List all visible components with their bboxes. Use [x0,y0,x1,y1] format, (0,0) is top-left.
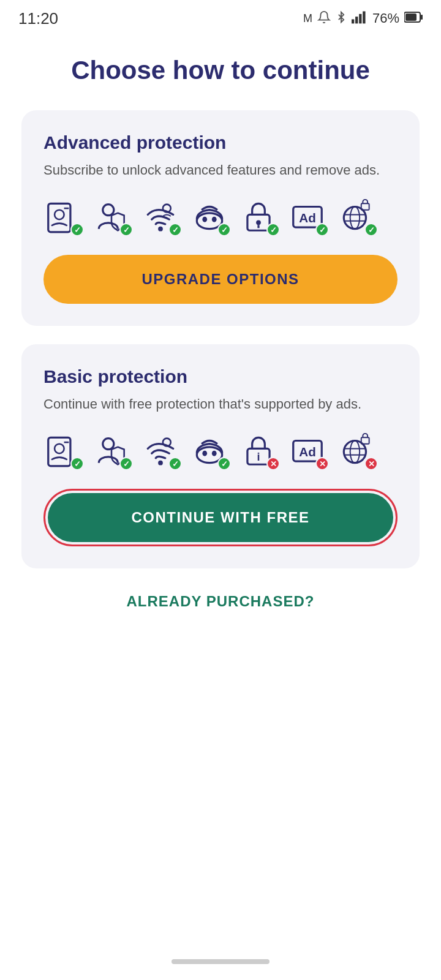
badge-green-3: ✓ [168,223,182,236]
svg-point-10 [103,205,114,216]
basic-feature-web-off: ✕ [337,431,375,469]
svg-text:i: i [257,451,260,463]
basic-feature-identity: ✓ [92,431,130,469]
advanced-protection-card: Advanced protection Subscribe to unlock … [21,110,420,326]
signal-icon [352,10,368,27]
svg-point-15 [212,217,217,222]
svg-point-11 [158,227,163,232]
svg-point-22 [350,207,360,229]
svg-rect-6 [405,13,417,21]
main-content: Choose how to continue Advanced protecti… [0,37,441,943]
upgrade-options-button[interactable]: UPGRADE OPTIONS [43,255,398,304]
basic-feature-lock-limited: i ✕ [239,431,277,469]
already-purchased-link[interactable]: ALREADY PURCHASED? [127,593,315,610]
feature-id-protection: ✓ [43,197,81,235]
page-title: Choose how to continue [71,55,370,86]
feature-lock: ✓ [239,197,277,235]
svg-point-33 [202,451,207,456]
svg-point-8 [55,210,64,220]
badge-basic-green-1: ✓ [70,457,84,470]
status-icons: M 76% [303,10,423,27]
svg-rect-3 [363,11,365,23]
badge-green-5: ✓ [266,223,280,236]
bottom-bar [0,943,441,980]
basic-feature-icons: ✓ ✓ ✓ [43,431,398,469]
bottom-handle [172,959,270,964]
status-bar: 11:20 M 76% [0,0,441,37]
continue-free-wrapper: CONTINUE WITH FREE [43,489,398,546]
notification-icon [317,10,331,27]
svg-point-27 [55,444,64,454]
basic-feature-incognito: ✓ [190,431,228,469]
advanced-feature-icons: ✓ ✓ ✓ [43,197,398,235]
svg-point-17 [256,221,261,225]
svg-point-14 [202,217,207,222]
basic-protection-card: Basic protection Continue with free prot… [21,344,420,568]
svg-rect-2 [359,13,361,23]
feature-web-protection: ✓ [337,197,375,235]
basic-feature-adblock-off: Ad ✕ [288,431,326,469]
badge-basic-red-2: ✕ [315,457,329,470]
advanced-card-title: Advanced protection [43,132,398,153]
battery-level: 76% [372,10,399,26]
svg-point-30 [158,461,163,466]
svg-rect-5 [421,15,423,20]
badge-green-1: ✓ [70,223,84,236]
badge-basic-red-3: ✕ [364,457,378,470]
feature-wifi-protection: ✓ [141,197,179,235]
basic-card-desc: Continue with free protection that's sup… [43,394,398,414]
badge-basic-green-3: ✓ [168,457,182,470]
gmail-icon: M [303,12,312,25]
badge-green-4: ✓ [217,223,231,236]
badge-basic-green-2: ✓ [119,457,133,470]
basic-feature-id: ✓ [43,431,81,469]
basic-feature-wifi: ✓ [141,431,179,469]
badge-green-6: ✓ [315,223,329,236]
svg-point-29 [103,439,114,450]
feature-adblock: Ad ✓ [288,197,326,235]
svg-rect-0 [352,19,354,23]
badge-basic-green-4: ✓ [217,457,231,470]
advanced-card-desc: Subscribe to unlock advanced features an… [43,160,398,180]
svg-rect-1 [355,17,358,23]
badge-green-2: ✓ [119,223,133,236]
basic-card-title: Basic protection [43,366,398,387]
battery-icon [404,11,423,26]
svg-text:Ad: Ad [299,445,316,459]
badge-green-7: ✓ [364,223,378,236]
feature-identity-shield: ✓ [92,197,130,235]
svg-point-40 [350,441,360,463]
badge-basic-red-1: ✕ [266,457,280,470]
feature-incognito: ✓ [190,197,228,235]
svg-text:Ad: Ad [299,211,316,225]
status-time: 11:20 [18,9,58,28]
continue-free-button[interactable]: CONTINUE WITH FREE [48,493,393,542]
svg-point-34 [212,451,217,456]
bluetooth-icon [336,10,347,27]
